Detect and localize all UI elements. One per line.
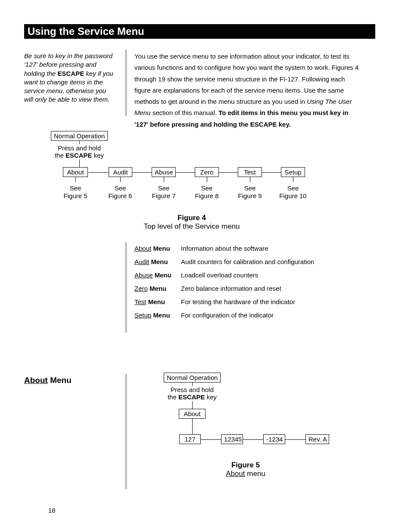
see-6: See <box>280 184 306 192</box>
sidebar-note: Be sure to key in the password '127' bef… <box>24 52 115 104</box>
press-hold-line2: the ESCAPE key <box>51 152 108 159</box>
press-b2: ESCAPE <box>178 393 205 401</box>
figref-6: Figure 10 <box>276 192 310 199</box>
legend-key-u: Zero <box>134 285 148 292</box>
node-reva: Rev. A <box>305 434 329 444</box>
connector <box>192 419 193 434</box>
press-b: ESCAPE <box>65 152 92 159</box>
node-zero: Zero <box>195 167 219 177</box>
press-hold-line2b: the ESCAPE key <box>164 393 221 401</box>
legend-row: Abuse Menu Loadcell overload counters <box>134 271 358 279</box>
legend-row: Zero Menu Zero balance information and r… <box>134 285 358 292</box>
connector <box>262 172 281 173</box>
legend-desc: Zero balance information and reset <box>181 285 358 292</box>
legend-key-u: Setup <box>134 311 151 319</box>
legend-key-u: Abuse <box>134 271 153 279</box>
legend-desc: Information about the software <box>181 245 358 252</box>
section-title: Using the Service Menu <box>24 24 375 39</box>
see-4: See <box>194 184 220 192</box>
figure-5-caption: Figure 5 About menu <box>198 461 293 478</box>
see-2: See <box>107 184 133 192</box>
legend-key-b: Menu <box>148 298 165 305</box>
figure-4-caption: Figure 4 Top level of the Service menu <box>129 214 254 231</box>
legend-desc: For configuration of the indicator <box>181 311 358 319</box>
figref-4: Figure 8 <box>190 192 224 199</box>
press-c2: key <box>205 393 217 401</box>
legend-key-u: Audit <box>134 258 149 265</box>
legend-desc: Audit counters for calibration and confi… <box>181 258 358 265</box>
connector <box>120 177 121 182</box>
node-12345: 12345 <box>221 434 243 444</box>
node-127: 127 <box>179 434 201 444</box>
figref-5: Figure 9 <box>233 192 267 199</box>
menu-legend: About Menu Information about the softwar… <box>134 245 358 325</box>
connector <box>285 439 305 440</box>
legend-key-b: Menu <box>155 271 171 279</box>
press-hold-line1: Press and hold <box>51 144 108 152</box>
connector <box>88 172 109 173</box>
legend-key-u: Test <box>134 298 146 305</box>
legend-row: Test Menu For testing the hardware of th… <box>134 298 358 305</box>
connector <box>79 159 80 167</box>
node-about-2: About <box>179 409 206 419</box>
figref-2: Figure 6 <box>103 192 137 199</box>
vertical-rule <box>126 242 126 333</box>
page-number: 18 <box>48 507 56 514</box>
figure-5-diagram: Normal Operation Press and hold the ESCA… <box>0 370 411 457</box>
legend-key-b: Menu <box>153 245 170 252</box>
figure-4-caption-text: Top level of the Service menu <box>143 222 240 230</box>
connector <box>192 401 193 409</box>
node-about: About <box>63 167 88 177</box>
connector <box>75 177 76 182</box>
connector <box>201 439 221 440</box>
legend-key-b: Menu <box>149 285 166 292</box>
figure-5-caption-rest: menu <box>245 470 265 478</box>
vertical-rule <box>126 50 126 116</box>
legend-row: Setup Menu For configuration of the indi… <box>134 311 358 319</box>
connector <box>250 177 250 182</box>
figref-1: Figure 5 <box>58 192 93 199</box>
connector <box>192 383 193 386</box>
press-a: the <box>55 152 65 159</box>
node-normal-operation: Normal Operation <box>51 131 108 141</box>
escape-key-label: ESCAPE <box>58 70 84 77</box>
press-c: key <box>92 152 104 159</box>
connector <box>164 177 164 182</box>
figure-5-caption-u: About <box>226 470 245 478</box>
see-1: See <box>62 184 88 192</box>
connector <box>79 141 80 144</box>
legend-desc: For testing the hardware of the indicato… <box>181 298 358 305</box>
legend-row: Audit Menu Audit counters for calibratio… <box>134 258 358 265</box>
legend-key-b: Menu <box>153 311 170 319</box>
node-normal-operation-2: Normal Operation <box>164 373 221 383</box>
figure-4-title: Figure 4 <box>177 214 206 222</box>
figure-5-title: Figure 5 <box>231 461 260 469</box>
see-3: See <box>151 184 177 192</box>
node-abuse: Abuse <box>152 167 176 177</box>
node-neg1234: -1234 <box>263 434 285 444</box>
main-paragraph: You use the service menu to see informat… <box>134 51 363 130</box>
para-c: section of this manual. <box>151 109 219 116</box>
connector <box>132 172 152 173</box>
press-hold-line1b: Press and hold <box>164 386 221 393</box>
see-5: See <box>237 184 263 192</box>
para-a: You use the service menu to see informat… <box>134 53 358 105</box>
press-a2: the <box>168 393 178 401</box>
node-audit: Audit <box>109 167 132 177</box>
figref-3: Figure 7 <box>146 192 181 199</box>
legend-desc: Loadcell overload counters <box>181 271 358 279</box>
connector <box>293 177 293 182</box>
connector <box>176 172 195 173</box>
connector <box>219 172 238 173</box>
legend-key-b: Menu <box>151 258 168 265</box>
node-setup: Setup <box>281 167 305 177</box>
legend-key-u: About <box>134 245 151 252</box>
legend-row: About Menu Information about the softwar… <box>134 245 358 252</box>
figure-4-diagram: Normal Operation Press and hold the ESCA… <box>0 129 411 207</box>
connector <box>207 177 207 182</box>
node-test: Test <box>238 167 262 177</box>
connector <box>243 439 263 440</box>
